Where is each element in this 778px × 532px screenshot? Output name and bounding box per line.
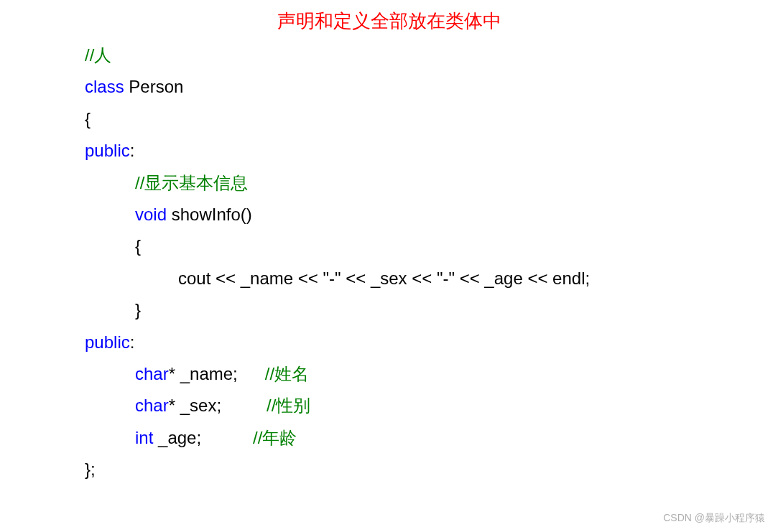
- comment-showinfo: //显示基本信息: [135, 173, 248, 192]
- comment-sex: //性别: [267, 396, 310, 415]
- keyword-public-2: public: [85, 332, 130, 352]
- brace-open: {: [85, 109, 91, 129]
- colon-1: :: [130, 141, 135, 160]
- keyword-char-1: char: [135, 364, 169, 383]
- age-decl: _age;: [153, 428, 201, 447]
- colon-2: :: [130, 332, 135, 352]
- code-snippet: //人 class Person { public: //显示基本信息 void…: [0, 39, 778, 485]
- watermark: CSDN @暴躁小程序猿: [663, 512, 765, 525]
- sex-decl: * _sex;: [169, 396, 221, 415]
- keyword-int: int: [135, 428, 153, 447]
- cout-line: cout << _name << "-" << _sex << "-" << _…: [178, 269, 590, 288]
- brace-close-inner: }: [135, 300, 141, 319]
- keyword-char-2: char: [135, 396, 169, 415]
- keyword-public-1: public: [85, 141, 130, 160]
- heading-title: 声明和定义全部放在类体中: [0, 0, 778, 39]
- keyword-class: class: [85, 77, 129, 96]
- comment-name: //姓名: [265, 364, 309, 383]
- class-name: Person: [129, 77, 183, 96]
- brace-close: };: [85, 459, 96, 479]
- comment-age: //年龄: [253, 428, 297, 447]
- comment-person: //人: [85, 45, 111, 65]
- keyword-void: void: [135, 205, 172, 224]
- name-decl: * _name;: [169, 364, 238, 383]
- method-name: showInfo(): [172, 205, 252, 224]
- brace-open-inner: {: [135, 236, 141, 256]
